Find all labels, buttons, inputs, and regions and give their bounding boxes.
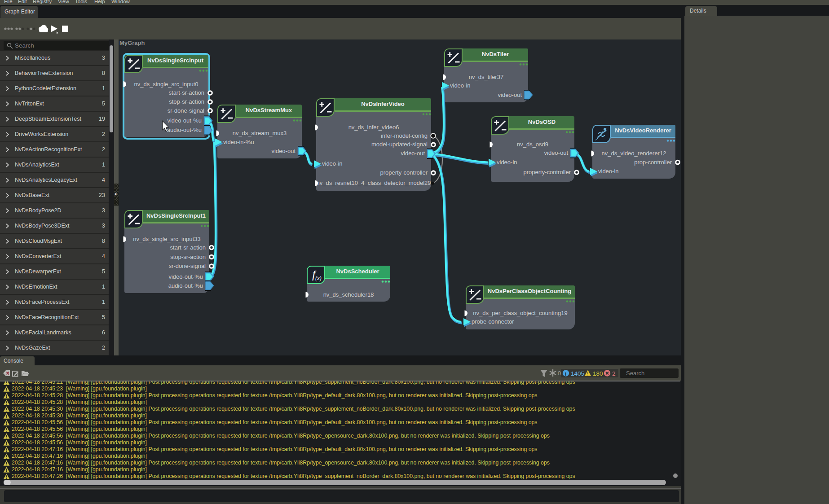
svg-text:180: 180 <box>593 370 603 377</box>
svg-text:1405: 1405 <box>571 370 584 377</box>
svg-text:2: 2 <box>612 370 616 377</box>
svg-text:i: i <box>565 371 566 377</box>
svg-text:0: 0 <box>558 370 561 377</box>
